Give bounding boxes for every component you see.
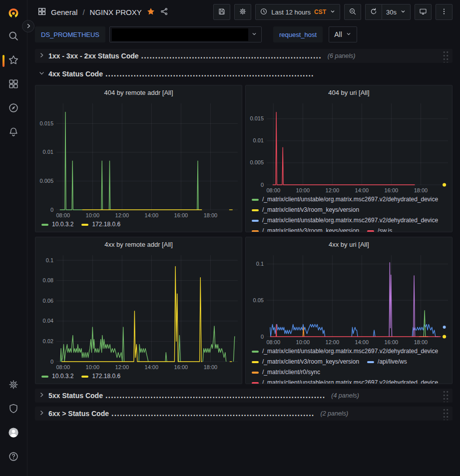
search-icon [8, 30, 19, 43]
variable-label-ds-prometheus[interactable]: DS_PROMETHEUS [35, 26, 105, 42]
series-color-swatch [252, 382, 259, 384]
zoom-out-icon [349, 7, 357, 17]
row-header-1xx-3xx-2xx[interactable]: 1xx - 3xx - 2xx Status Code ............… [35, 49, 453, 63]
share-icon[interactable] [160, 7, 169, 17]
legend-item[interactable]: 10.0.3.2 [41, 371, 73, 382]
star-icon [8, 54, 19, 67]
legend-item[interactable]: /_matrix/client/unstable/org.matrix.msc2… [252, 194, 438, 205]
sidebar-search-button[interactable] [4, 28, 22, 46]
timeseries-chart[interactable]: 08:0010:0012:0014:0016:0018:0000.050.1 [246, 251, 452, 346]
svg-text:0.1: 0.1 [256, 261, 264, 267]
dashboard-body: 1xx - 3xx - 2xx Status Code ............… [27, 45, 460, 476]
main-area: General / NGINX PROXY [27, 0, 460, 476]
sidebar-configuration-button[interactable] [4, 377, 22, 395]
row-header-4xx[interactable]: 4xx Status Code ........................… [35, 67, 453, 81]
series-color-swatch [367, 230, 374, 232]
series-color-swatch [252, 351, 259, 353]
row-header-6xx[interactable]: 6xx > Status Code ......................… [35, 407, 453, 421]
legend-item[interactable]: /_matrix/client/v3/room_keys/version [252, 357, 359, 367]
legend-item[interactable]: 172.18.0.6 [81, 219, 120, 230]
legend-item[interactable]: /_matrix/client/unstable/org.matrix.msc2… [252, 346, 438, 357]
variable-label-request-host[interactable]: request_host [273, 26, 323, 42]
svg-text:10:00: 10:00 [86, 212, 100, 218]
grafana-app: General / NGINX PROXY [0, 0, 460, 476]
panel-title[interactable]: 4xx by uri [All] [246, 237, 452, 251]
sidebar-explore-button[interactable] [4, 100, 22, 118]
request-host-select[interactable]: All [329, 26, 357, 42]
gear-icon [8, 379, 19, 392]
svg-text:0.01: 0.01 [253, 137, 264, 143]
time-range-picker[interactable]: Last 12 hours CST [255, 4, 340, 20]
row-title-leader: ........................................… [105, 391, 325, 400]
chevron-right-icon [25, 22, 31, 31]
time-range-label: Last 12 hours [271, 8, 311, 16]
request-host-value: All [334, 30, 342, 38]
row-panel-count: (4 panels) [331, 392, 359, 399]
timeseries-chart[interactable]: 08:0010:0012:0014:0016:0018:0000.020.040… [35, 251, 242, 371]
dashboard-grid-icon [37, 7, 46, 17]
panel-title[interactable]: 404 by remote addr [All] [35, 85, 242, 99]
panel-4xx-by-remote-addr: 4xx by remote addr [All] 08:0010:0012:00… [35, 237, 242, 384]
series-color-swatch [367, 361, 374, 363]
dashboard-nav: General / NGINX PROXY [27, 0, 460, 24]
timeseries-chart[interactable]: 08:0010:0012:0014:0016:0018:0000.0050.01… [246, 99, 452, 194]
sidebar-profile-button[interactable] [4, 425, 22, 443]
cycle-view-mode-button[interactable] [415, 4, 432, 20]
breadcrumb-section[interactable]: General [51, 8, 77, 16]
panel-title[interactable]: 404 by uri [All] [246, 85, 452, 99]
row-header-5xx[interactable]: 5xx Status Code ........................… [35, 389, 453, 403]
legend-item[interactable]: /_matrix/client/v3/room_keys/version [252, 205, 359, 215]
chevron-right-icon [38, 409, 45, 418]
legend-item[interactable]: /sw.js [367, 226, 392, 232]
series-color-swatch [252, 209, 259, 211]
svg-text:08:00: 08:00 [267, 339, 281, 345]
legend-item[interactable]: 10.0.3.2 [41, 219, 73, 230]
legend-item[interactable]: /api/live/ws [367, 357, 407, 367]
chevron-right-icon [38, 391, 45, 400]
compass-icon [8, 102, 19, 115]
more-options-button[interactable] [436, 4, 453, 20]
legend-item[interactable]: 172.18.0.6 [81, 371, 120, 382]
svg-text:16:00: 16:00 [385, 187, 399, 193]
series-color-swatch [252, 361, 259, 363]
svg-text:10:00: 10:00 [86, 364, 100, 370]
zoom-out-time-button[interactable] [344, 4, 361, 20]
panel-title[interactable]: 4xx by remote addr [All] [35, 237, 242, 251]
drag-handle-icon[interactable] [443, 49, 449, 62]
drag-handle-icon[interactable] [443, 407, 449, 420]
page-title[interactable]: NGINX PROXY [90, 8, 142, 16]
timezone-label: CST [314, 8, 326, 15]
timeseries-chart[interactable]: 08:0010:0012:0014:0016:0018:0000.0050.01… [35, 99, 242, 219]
legend-item[interactable]: /_matrix/client/unstable/org.matrix.msc2… [252, 215, 438, 226]
refresh-group: 30s [365, 4, 411, 20]
refresh-interval-picker[interactable]: 30s [382, 4, 411, 20]
save-dashboard-button[interactable] [213, 4, 230, 20]
svg-text:0: 0 [261, 182, 264, 188]
legend-item[interactable]: /_matrix/client/v3/room_keys/version [252, 226, 359, 232]
sidebar-help-button[interactable] [4, 449, 22, 467]
svg-text:0.1: 0.1 [46, 257, 53, 263]
panel-404-by-remote-addr: 404 by remote addr [All] 08:0010:0012:00… [35, 85, 242, 232]
drag-handle-icon[interactable] [443, 389, 449, 402]
series-color-swatch [252, 220, 259, 222]
sidebar-server-admin-button[interactable] [4, 401, 22, 419]
svg-text:0.015: 0.015 [39, 120, 53, 126]
legend-item[interactable]: /_matrix/client/r0/sync [252, 367, 320, 378]
star-filled-icon[interactable] [146, 7, 155, 17]
chevron-down-icon [38, 69, 45, 78]
row-title: 6xx > Status Code [48, 410, 109, 418]
legend-item[interactable]: /_matrix/client/unstable/org.matrix.msc2… [252, 378, 438, 384]
sidebar-starred-button[interactable] [4, 52, 22, 70]
svg-text:12:00: 12:00 [115, 212, 129, 218]
row-panel-count: (6 panels) [328, 52, 356, 59]
grafana-logo-icon[interactable] [4, 5, 22, 23]
datasource-select[interactable] [109, 26, 262, 42]
dashboard-settings-button[interactable] [234, 4, 251, 20]
refresh-button[interactable] [365, 4, 382, 20]
panel-legend: /_matrix/client/unstable/org.matrix.msc2… [246, 194, 452, 232]
breadcrumb-separator: / [82, 8, 85, 16]
sidebar-expand-button[interactable] [22, 20, 34, 32]
sidebar-alerting-button[interactable] [4, 124, 22, 142]
sidebar-dashboards-button[interactable] [4, 76, 22, 94]
svg-text:0.04: 0.04 [43, 318, 53, 324]
